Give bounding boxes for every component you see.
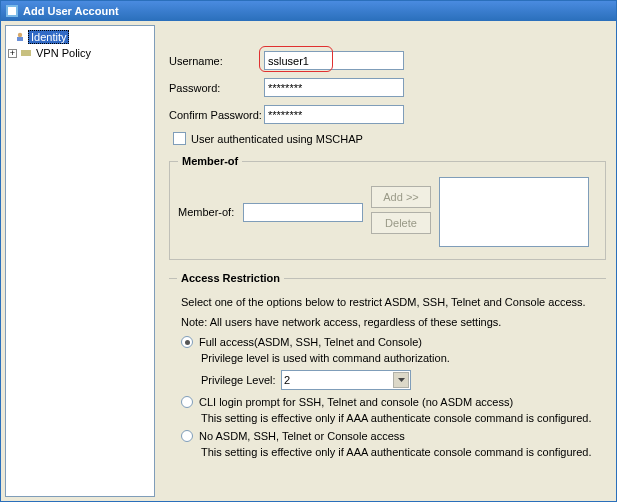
tree-item-identity[interactable]: Identity (6, 28, 154, 46)
username-input[interactable] (264, 51, 404, 70)
confirm-password-label: Confirm Password: (169, 109, 264, 121)
mschap-checkbox[interactable] (173, 132, 186, 145)
radio-full-access-label: Full access(ASDM, SSH, Telnet and Consol… (199, 336, 422, 348)
identity-icon (14, 31, 26, 43)
titlebar: Add User Account (1, 1, 616, 21)
sidebar: Identity + VPN Policy (5, 25, 155, 497)
member-of-listbox[interactable] (439, 177, 589, 247)
radio-cli-login-label: CLI login prompt for SSH, Telnet and con… (199, 396, 513, 408)
tree-label-vpn: VPN Policy (34, 47, 93, 59)
mschap-label: User authenticated using MSCHAP (191, 133, 363, 145)
window-title: Add User Account (23, 5, 119, 17)
radio-cli-login[interactable] (181, 396, 193, 408)
tree-item-vpn-policy[interactable]: + VPN Policy (6, 46, 154, 60)
tree-label-identity: Identity (28, 30, 69, 44)
full-access-subtext: Privilege level is used with command aut… (201, 352, 598, 364)
member-of-input[interactable] (243, 203, 363, 222)
content-pane: Username: Password: Confirm Password: Us… (159, 21, 616, 501)
delete-button[interactable]: Delete (371, 212, 431, 234)
expander-icon[interactable]: + (8, 49, 17, 58)
svg-rect-4 (21, 50, 31, 56)
window: Add User Account Identity + VPN Policy U… (0, 0, 617, 502)
access-restriction-fieldset: Access Restriction Select one of the opt… (169, 272, 606, 464)
radio-no-access-label: No ASDM, SSH, Telnet or Console access (199, 430, 405, 442)
vpn-icon (20, 47, 32, 59)
app-icon (5, 4, 19, 18)
svg-point-2 (18, 33, 22, 37)
username-label: Username: (169, 55, 264, 67)
password-label: Password: (169, 82, 264, 94)
member-of-label: Member-of: (178, 206, 243, 218)
access-intro-1: Select one of the options below to restr… (181, 296, 598, 308)
password-input[interactable] (264, 78, 404, 97)
access-intro-2: Note: All users have network access, reg… (181, 316, 598, 328)
radio-no-access[interactable] (181, 430, 193, 442)
add-button[interactable]: Add >> (371, 186, 431, 208)
access-restriction-legend: Access Restriction (177, 272, 284, 284)
svg-marker-5 (398, 378, 405, 382)
cli-login-subtext: This setting is effective only if AAA au… (201, 412, 598, 424)
member-of-legend: Member-of (178, 155, 242, 167)
radio-full-access[interactable] (181, 336, 193, 348)
privilege-level-select[interactable]: 2 (281, 370, 411, 390)
svg-rect-1 (8, 7, 16, 15)
window-body: Identity + VPN Policy Username: Password… (1, 21, 616, 501)
member-of-fieldset: Member-of Member-of: Add >> Delete (169, 155, 606, 260)
privilege-level-value: 2 (284, 374, 290, 386)
dropdown-arrow-icon (393, 372, 409, 388)
confirm-password-input[interactable] (264, 105, 404, 124)
privilege-level-label: Privilege Level: (201, 374, 281, 386)
svg-rect-3 (17, 37, 23, 41)
no-access-subtext: This setting is effective only if AAA au… (201, 446, 598, 458)
